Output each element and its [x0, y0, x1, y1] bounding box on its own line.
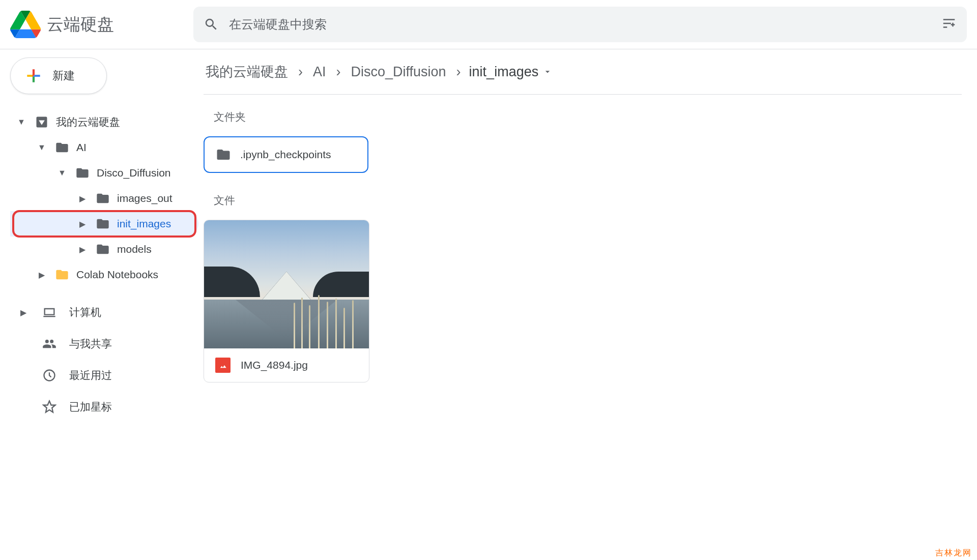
tree-label: AI [76, 141, 87, 154]
plus-icon [24, 66, 43, 85]
tree-init-images[interactable]: ▶ init_images [10, 211, 198, 237]
chevron-right-icon[interactable]: ▶ [17, 308, 30, 317]
folders-section-label: 文件夹 [214, 110, 962, 124]
tree-label: init_images [117, 218, 171, 230]
drive-logo-icon [10, 9, 41, 40]
folder-icon [96, 242, 110, 256]
tree-models[interactable]: ▶ models [10, 237, 198, 262]
chevron-right-icon: › [294, 64, 307, 80]
chevron-right-icon: › [332, 64, 345, 80]
sidebar-label: 最近用过 [69, 368, 112, 382]
computers-icon [41, 305, 58, 319]
breadcrumbs: 我的云端硬盘 › AI › Disco_Diffusion › init_ima… [204, 62, 962, 95]
breadcrumb-current[interactable]: init_images [469, 64, 553, 80]
folder-icon [55, 140, 69, 155]
recent-icon [41, 368, 58, 382]
sidebar-label: 与我共享 [69, 337, 112, 351]
header: 云端硬盘 [0, 0, 977, 49]
files-section-label: 文件 [214, 193, 962, 208]
chevron-right-icon[interactable]: ▶ [76, 245, 89, 254]
folder-name: .ipynb_checkpoints [240, 149, 331, 161]
chevron-right-icon[interactable]: ▶ [36, 270, 48, 280]
tree-my-drive[interactable]: ▼ 我的云端硬盘 [10, 109, 198, 135]
folder-icon [96, 191, 110, 205]
file-thumbnail [204, 220, 369, 348]
new-button-label: 新建 [52, 68, 75, 83]
new-button[interactable]: 新建 [10, 57, 107, 94]
drive-root-icon [35, 115, 49, 129]
search-bar[interactable] [193, 7, 967, 42]
breadcrumb-item[interactable]: Disco_Diffusion [349, 63, 448, 81]
chevron-right-icon[interactable]: ▶ [76, 194, 89, 203]
sidebar-computers[interactable]: ▶ 计算机 [10, 297, 198, 328]
tree-colab-notebooks[interactable]: ▶ Colab Notebooks [10, 262, 198, 287]
sidebar: 新建 ▼ 我的云端硬盘 ▼ AI ▼ Disco_Diffusion ▶ ima [0, 49, 198, 560]
tree-ai[interactable]: ▼ AI [10, 135, 198, 160]
tree-images-out[interactable]: ▶ images_out [10, 186, 198, 211]
search-input[interactable] [219, 17, 941, 32]
logo-wrap[interactable]: 云端硬盘 [10, 9, 193, 40]
image-icon [215, 358, 231, 373]
chevron-down-icon[interactable]: ▼ [15, 117, 27, 127]
file-name: IMG_4894.jpg [241, 359, 308, 371]
files-grid: IMG_4894.jpg [204, 220, 962, 382]
filters-icon[interactable] [941, 16, 957, 33]
folder-card[interactable]: .ipynb_checkpoints [204, 136, 368, 173]
shared-icon [41, 337, 58, 351]
file-card[interactable]: IMG_4894.jpg [204, 220, 369, 382]
tree-label: 我的云端硬盘 [56, 115, 120, 129]
folders-grid: .ipynb_checkpoints [204, 136, 962, 173]
tree-label: images_out [117, 192, 173, 204]
folder-icon [55, 268, 69, 282]
breadcrumb-item[interactable]: 我的云端硬盘 [204, 62, 290, 82]
tree-label: Colab Notebooks [76, 269, 158, 281]
chevron-right-icon: › [452, 64, 465, 80]
tree-label: models [117, 243, 152, 255]
folder-tree: ▼ 我的云端硬盘 ▼ AI ▼ Disco_Diffusion ▶ images… [10, 109, 198, 287]
folder-icon [96, 217, 110, 231]
breadcrumb-label: init_images [469, 64, 539, 80]
search-icon[interactable] [204, 17, 219, 32]
main-panel: 我的云端硬盘 › AI › Disco_Diffusion › init_ima… [198, 49, 977, 560]
chevron-down-icon[interactable]: ▼ [36, 143, 48, 152]
sidebar-label: 已加星标 [69, 400, 112, 414]
folder-icon [75, 166, 90, 180]
chevron-right-icon[interactable]: ▶ [76, 219, 89, 229]
sidebar-label: 计算机 [69, 305, 101, 319]
sidebar-starred[interactable]: 已加星标 [10, 391, 198, 423]
tree-disco-diffusion[interactable]: ▼ Disco_Diffusion [10, 160, 198, 186]
chevron-down-icon [542, 67, 553, 77]
app-title: 云端硬盘 [47, 13, 114, 36]
folder-icon [216, 147, 231, 162]
sidebar-recent[interactable]: 最近用过 [10, 360, 198, 391]
chevron-down-icon[interactable]: ▼ [56, 168, 68, 178]
star-icon [41, 400, 58, 414]
watermark: 吉林龙网 [935, 548, 972, 558]
tree-label: Disco_Diffusion [97, 167, 171, 179]
sidebar-shared[interactable]: 与我共享 [10, 328, 198, 360]
breadcrumb-item[interactable]: AI [311, 63, 328, 81]
